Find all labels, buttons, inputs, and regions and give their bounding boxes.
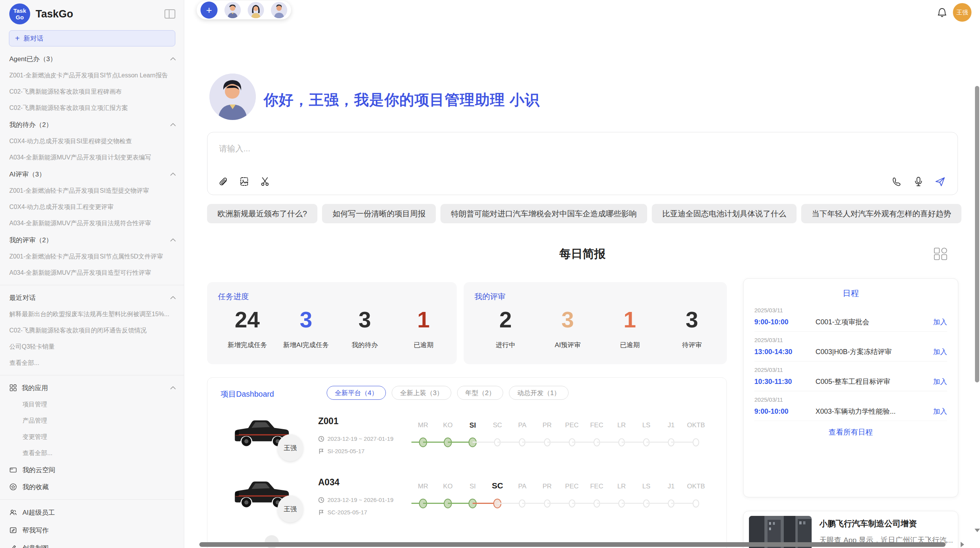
dashboard-filters: 全新平台（4）全新上装（3）年型（2）动总开发（1） (327, 386, 569, 400)
project-dashboard-card: 项目Dashboard 全新平台（4）全新上装（3）年型（2）动总开发（1） 王… (207, 377, 727, 548)
apps-view-all-link[interactable]: 查看全部... (0, 445, 184, 461)
microphone-icon[interactable] (913, 176, 924, 188)
sidebar-item[interactable]: C0X4-动力总成开发项目工程变更评审 (0, 199, 184, 215)
avatar-contact-2[interactable] (248, 2, 264, 18)
schedule-join-link[interactable]: 加入 (933, 317, 947, 327)
app-item[interactable]: 项目管理 (0, 396, 184, 413)
suggestion-chip[interactable]: 比亚迪全固态电池计划具体说了什么 (652, 204, 797, 223)
sidebar-item-ai-super-staff[interactable]: AI超级员工 (0, 503, 184, 521)
milestone-segment (547, 442, 572, 443)
schedule-event-row: 13:00-14:30C003|H0B-方案冻结评审加入 (754, 347, 947, 356)
briefing-layout-icon[interactable] (933, 247, 948, 261)
sidebar-item-creative-drawing[interactable]: 创意制图 (0, 539, 184, 548)
screenshot-scissors-icon[interactable] (259, 176, 271, 188)
schedule-join-link[interactable]: 加入 (933, 407, 947, 416)
sidebar-recent-header[interactable]: 最近对话 (0, 289, 184, 306)
sidebar-section-header[interactable]: 我的评审（2） (0, 231, 184, 248)
add-conversation-button[interactable]: + (200, 2, 218, 19)
schedule-event-time: 13:00-14:30 (754, 348, 816, 356)
conversation-switcher: + (197, 1, 291, 19)
avatar-contact-3[interactable] (271, 2, 287, 18)
creative-drawing-label: 创意制图 (22, 544, 49, 548)
my-apps-label: 我的应用 (22, 384, 170, 392)
notifications-bell-icon[interactable] (937, 6, 947, 18)
help-me-write-label: 帮我写作 (22, 526, 49, 535)
sidebar-item[interactable]: A034-全新新能源MUV产品开发项目计划变更表编写 (0, 149, 184, 166)
suggestion-chip[interactable]: 当下年轻人对汽车外观有怎样的喜好趋势 (801, 204, 961, 223)
voice-call-icon[interactable] (891, 176, 903, 188)
schedule-join-link[interactable]: 加入 (933, 377, 947, 386)
sidebar-item[interactable]: A034-全新新能源MUV产品开发项目造型可行性评审 (0, 265, 184, 281)
schedule-list: 2025/03/119:00-10:00C001-立项审批会加入2025/03/… (754, 302, 947, 421)
recent-conversation-item[interactable]: C02-飞腾新能源轻客改款项目的闭环通告反馈情况 (0, 322, 184, 339)
new-chat-button[interactable]: + 新对话 (9, 30, 175, 46)
chat-input[interactable] (207, 132, 958, 166)
clock-icon (318, 436, 324, 442)
sidebar-section-header[interactable]: AI评审（3） (0, 166, 184, 183)
recent-view-all-link[interactable]: 查看全部... (0, 355, 184, 371)
sidebar-item-my-apps[interactable]: 我的应用 (0, 379, 184, 396)
milestone-segment (671, 503, 696, 504)
vertical-scrollbar-thumb[interactable] (975, 86, 979, 382)
user-avatar[interactable]: 王强 (953, 3, 971, 22)
stat-value: 3 (537, 306, 599, 334)
sidebar-item[interactable]: Z001-全新燃油轻卡产品开发项目SI造型提交物评审 (0, 183, 184, 199)
attach-file-icon[interactable] (218, 176, 229, 188)
card-title: 我的评审 (475, 291, 723, 302)
app-item[interactable]: 变更管理 (0, 429, 184, 445)
sidebar-section-header[interactable]: Agent已办（3） (0, 50, 184, 67)
sidebar-item[interactable]: Z001-全新燃油皮卡产品开发项目SI节点Lesson Learn报告 (0, 67, 184, 84)
sidebar-item[interactable]: C02-飞腾新能源轻客改款项目立项汇报方案 (0, 100, 184, 116)
schedule-join-link[interactable]: 加入 (933, 347, 947, 356)
stat-label: 我的待办 (336, 341, 394, 349)
sidebar-body: Agent已办（3）Z001-全新燃油皮卡产品开发项目SI节点Lesson Le… (0, 46, 184, 548)
recent-conversation-item[interactable]: 公司Q3轻卡销量 (0, 339, 184, 355)
stat: 3我的待办 (336, 306, 394, 349)
divider (0, 375, 184, 375)
app-item[interactable]: 产品管理 (0, 413, 184, 429)
flag-icon (318, 509, 324, 515)
sidebar-item[interactable]: C0X4-动力总成开发项目SI里程碑提交物检查 (0, 133, 184, 149)
sidebar-item-favorites[interactable]: 我的收藏 (0, 478, 184, 495)
milestone-segment (597, 442, 622, 443)
recent-conversation-item[interactable]: 解释最新出台的欧盟报废车法规再生塑料比例被调至15%... (0, 306, 184, 322)
recent-label: 最近对话 (9, 293, 170, 302)
new-chat-label: 新对话 (24, 34, 43, 43)
suggestion-chip[interactable]: 欧洲新规最近颁布了什么? (207, 204, 317, 223)
chevron-up-icon (170, 172, 176, 176)
sidebar-item-cloud-space[interactable]: 我的云空间 (0, 461, 184, 478)
stat-value: 2 (475, 306, 537, 334)
milestone-segment (597, 503, 622, 504)
dashboard-filter[interactable]: 动总开发（1） (509, 386, 568, 400)
milestone-segment (497, 442, 522, 443)
project-owner-badge: 王强 (278, 434, 303, 461)
sidebar-collapse-icon[interactable] (164, 9, 175, 19)
schedule-event: 2025/03/1110:30-11:30C005-整车工程目标评审加入 (754, 361, 947, 391)
milestone-label: OKTB (680, 421, 711, 429)
dashboard-filter[interactable]: 全新平台（4） (327, 386, 386, 400)
project-dates-text: 2023-12-19 ~ 2027-01-19 (327, 435, 394, 442)
suggestion-chip[interactable]: 特朗普可能对进口汽车增税会对中国车企造成哪些影响 (440, 204, 647, 223)
project-next-milestone: SC-2025-05-17 (318, 509, 367, 515)
sidebar-section-header[interactable]: 我的待办（2） (0, 116, 184, 133)
schedule-event-time: 9:00-10:00 (754, 318, 816, 326)
horizontal-scrollbar-thumb[interactable] (199, 542, 946, 547)
app-logo: Task Go (9, 3, 30, 24)
scroll-down-arrow[interactable] (975, 529, 980, 532)
dashboard-filter[interactable]: 全新上装（3） (392, 386, 451, 400)
flag-icon (318, 448, 324, 454)
suggestion-chip[interactable]: 如何写一份清晰的项目周报 (322, 204, 436, 223)
sidebar-item[interactable]: A034-全新新能源MUV产品开发项目法规符合性评审 (0, 215, 184, 231)
sidebar-item[interactable]: C02-飞腾新能源轻客改款项目里程碑画布 (0, 84, 184, 100)
view-all-schedule-link[interactable]: 查看所有日程 (829, 427, 873, 437)
dashboard-filter[interactable]: 年型（2） (457, 386, 503, 400)
sidebar-section-label: AI评审（3） (9, 170, 170, 179)
sidebar-item-help-me-write[interactable]: 帮我写作 (0, 521, 184, 539)
user-name: 王强 (956, 9, 968, 16)
scroll-right-arrow[interactable] (961, 542, 964, 547)
sidebar-item[interactable]: Z001-全新燃油轻卡产品开发项目SI节点属性5D文件评审 (0, 248, 184, 265)
stats: 24新增完成任务3新增AI完成任务3我的待办1已逾期 (218, 306, 453, 349)
send-icon[interactable] (934, 176, 946, 188)
attach-image-icon[interactable] (238, 176, 250, 188)
avatar-contact-1[interactable] (224, 2, 241, 18)
